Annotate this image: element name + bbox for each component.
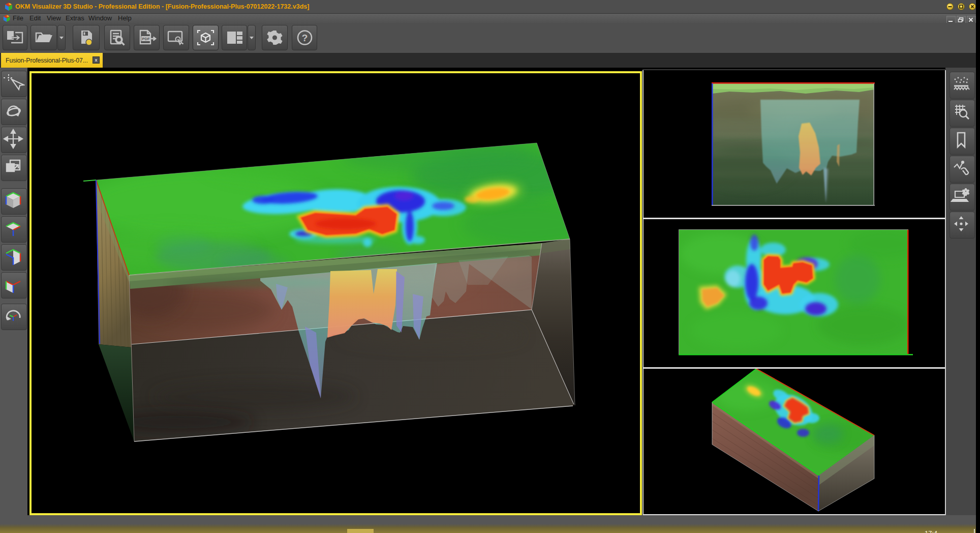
svg-text:?: ? (302, 33, 308, 43)
svg-text:PDF: PDF (142, 37, 150, 41)
